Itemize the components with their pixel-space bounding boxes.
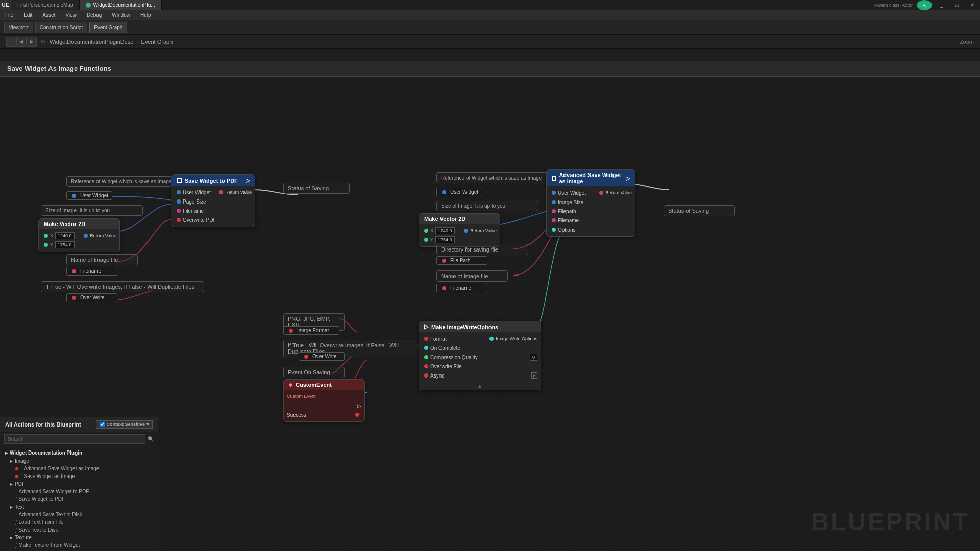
home-button[interactable]: ⌂ [6,37,16,47]
overwrite-comment-1: If True - Will Overwrite Images, if Fals… [41,281,204,292]
func-icon: ∫ [20,466,21,471]
tree-advanced-save-text[interactable]: ∫ Advanced Save Text to Disk [0,511,158,518]
user-widget-node-2[interactable]: User Widget [436,188,482,196]
save-widget-to-pdf-node[interactable]: Save Widget to PDF ▷ User Widget Return … [171,174,255,227]
maximize-button[interactable]: □ [949,0,965,10]
tab-label: FirstPersonExampleMap [17,2,73,8]
func-icon: ∫ [20,474,21,479]
tree-make-texture-widget[interactable]: ∫ Make Texture From Widget [0,541,158,549]
y-row-1: Y 1754.0 [39,240,119,249]
exec-in-advanced [552,176,556,181]
on-complete-pin [424,346,428,350]
make-image-write-options-node[interactable]: ▷ Make ImageWriteOptions Format Image Wr… [419,321,541,390]
context-sensitive-checkbox[interactable] [100,422,105,427]
tree-save-widget-pdf[interactable]: ∫ Save Widget to PDF [0,495,158,503]
menu-bar: File Edit Asset View Debug Window Help [0,10,980,20]
overwrite-pin-1 [72,296,76,300]
make-vector2d-node-2[interactable]: Make Vector 2D X 1240.0 Return Value Y 1… [419,213,500,247]
canvas-area[interactable]: Reference of Widget which is save as Ima… [0,77,980,551]
file-path-node[interactable]: File Path [436,256,487,265]
actor-icon: A [917,0,932,10]
header-strip: Save Widget As Image Functions [0,61,980,77]
image-write-options-body: Format Image Write Options On Complete C… [419,332,541,382]
search-input[interactable] [4,434,145,444]
func-icon: ∫ [15,520,16,525]
tab-widget-doc[interactable]: WidgetDocumentationPlu... [80,0,161,10]
custom-event-node[interactable]: ◆ CustomEvent Custom Event ▷ Success [283,379,365,422]
close-button[interactable]: ✕ [965,0,980,10]
event-graph-label: Event Graph [94,24,122,30]
filename-pin-2 [442,286,446,290]
exec-out-custom: ▷ [357,403,361,409]
search-icon: 🔍 [148,436,154,442]
make-vector2d-header-2: Make Vector 2D [419,214,500,224]
x-value-2[interactable]: 1240.0 [435,227,455,234]
panel-title: All Actions for this Blueprint [5,421,81,428]
image-format-node[interactable]: Image Format [283,326,339,335]
advanced-save-widget-node[interactable]: Advanced Save Widget as Image ▷ User Wid… [546,169,635,237]
menu-window[interactable]: Window [107,10,135,20]
breadcrumb-project[interactable]: WidgetDocumentationPluginDesc [50,39,133,45]
overwrite-node-2[interactable]: Over Write [299,352,345,361]
tree-save-widget-image[interactable]: ∫ Save Widget as Image [0,472,158,480]
filename-node-1[interactable]: Filename [66,267,117,276]
tree-text-category[interactable]: ▸ Text [0,503,158,511]
options-pin [552,228,556,232]
collapse-icon: ▸ [5,450,8,456]
collapse-btn[interactable]: ▲ [419,382,541,390]
status-saving-comment-1: Status of Saving [283,183,350,194]
menu-debug[interactable]: Debug [82,10,107,20]
menu-help[interactable]: Help [135,10,156,20]
viewport-label: Viewport [9,24,29,30]
breadcrumb-graph[interactable]: Event Graph [141,39,173,45]
blueprint-watermark: BLUEPRINT [811,508,970,536]
tree-advanced-save-widget-pdf[interactable]: ∫ Advanced Save Widget to PDF [0,488,158,495]
user-widget-pin-pdf [177,190,181,194]
menu-edit[interactable]: Edit [18,10,37,20]
tree-root[interactable]: ▸ Widget Documentation Plugin [0,448,158,457]
menu-view[interactable]: View [60,10,82,20]
x-value-1[interactable]: 1240.0 [55,232,75,239]
red-dot-icon [15,467,18,470]
tree-load-text-file[interactable]: ∫ Load Text From File [0,518,158,526]
compression-pin [424,355,428,359]
y-value-1[interactable]: 1754.0 [55,241,75,248]
forward-button[interactable]: ▶ [27,37,37,47]
overwrite-file-pin [424,364,428,368]
tab-icon [86,3,91,8]
tree-advanced-save-widget-image[interactable]: ∫ Advanced Save Widget as Image [0,465,158,472]
y-value-2[interactable]: 1754.0 [435,236,455,243]
toolbar: Viewport Construction Script Event Graph [0,20,980,35]
func-icon: ∫ [15,512,16,517]
func-icon: ∫ [15,528,16,533]
async-checkbox[interactable]: ✓ [531,372,537,379]
context-sensitive-btn[interactable]: Context Sensitive ▾ [96,420,153,429]
back-button[interactable]: ◀ [16,37,27,47]
tree-texture-category[interactable]: ▸ Texture [0,534,158,541]
save-widget-pdf-body: User Widget Return Value Page Size Filen… [172,186,255,227]
tab-first-person[interactable]: FirstPersonExampleMap [11,0,80,10]
make-vector2d-header-1: Make Vector 2D [39,219,119,229]
viewport-tab[interactable]: Viewport [4,22,33,33]
tree-image-category[interactable]: ▸ Image [0,457,158,465]
compression-value[interactable]: 0 [530,354,537,361]
tree-save-text-disk[interactable]: ∫ Save Text to Disk [0,526,158,534]
minimize-button[interactable]: _ [934,0,949,10]
construction-script-tab[interactable]: Construction Script [35,22,87,33]
filename-node-2[interactable]: Filename [436,284,487,292]
make-vector2d-node-1[interactable]: Make Vector 2D X 1240.0 Return Value Y 1… [38,218,120,252]
page-size-pin [177,199,181,204]
ue-logo: UE [0,0,11,10]
exec-out-pdf: ▷ [246,177,250,184]
event-on-saving-comment: Event On Saving [283,367,345,378]
tree-pdf-category[interactable]: ▸ PDF [0,480,158,488]
func-icon: ∫ [15,489,16,494]
tab-label: WidgetDocumentationPlu... [93,2,155,8]
user-widget-node-1[interactable]: User Widget [66,191,112,200]
construction-label: Construction Script [40,24,83,30]
event-graph-tab[interactable]: Event Graph [89,22,127,33]
view-tabs [0,49,980,61]
menu-file[interactable]: File [0,10,18,20]
overwrite-node-1[interactable]: Over Write [66,293,117,302]
menu-asset[interactable]: Asset [37,10,60,20]
